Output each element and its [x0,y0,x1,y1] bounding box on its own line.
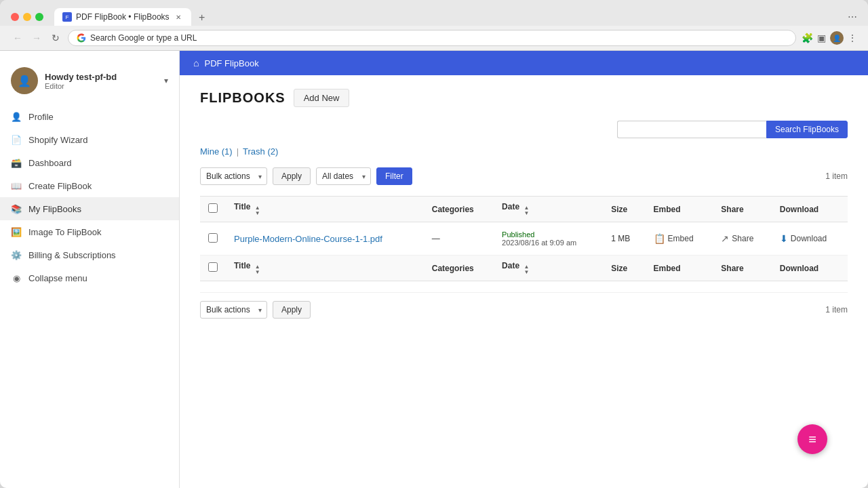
traffic-lights [11,13,43,21]
table-body: Purple-Modern-Online-Course-1-1.pdf — Pu… [200,222,848,281]
tab-bar: F PDF FlipBook • FlipBooks ✕ + [54,8,842,26]
app-container: 👤 Howdy test-pf-bd Editor ▾ 👤 Profile 📄 … [0,51,868,488]
share-icon: ↗ [721,233,729,244]
filter-tab-trash[interactable]: Trash (2) [243,146,278,157]
table-header: Title ▲ ▼ Categories Date ▲ [200,197,848,222]
search-row: Search FlipBooks [200,121,848,138]
user-name: Howdy test-pf-bd [45,72,157,82]
flipbook-title-link[interactable]: Purple-Modern-Online-Course-1-1.pdf [234,234,382,244]
sidebar-item-label: Profile [28,112,54,122]
shopify-wizard-icon: 📄 [11,134,22,145]
header-site-title: PDF FlipBook [204,58,258,68]
maximize-button[interactable] [35,13,43,21]
flipbooks-table: Title ▲ ▼ Categories Date ▲ [200,196,848,281]
embed-link[interactable]: 📋 Embed [654,233,705,244]
sidebar-navigation: 👤 Profile 📄 Shopify Wizard 🗃️ Dashboard … [0,105,179,289]
forward-button[interactable]: → [30,33,43,43]
bottom-table-header: Title ▲ ▼ Categories Date ▲ [200,256,848,281]
filter-tab-mine[interactable]: Mine (1) [200,146,233,157]
title-sort-arrows: ▲ ▼ [255,205,260,216]
back-button[interactable]: ← [11,33,24,43]
tab-title: PDF FlipBook • FlipBooks [76,12,170,22]
sidebar-item-label: Dashboard [28,158,72,168]
bulk-actions-select[interactable]: Bulk actions [200,167,267,185]
sidebar-item-dashboard[interactable]: 🗃️ Dashboard [0,151,179,174]
bottom-bulk-actions-select[interactable]: Bulk actions [200,301,267,319]
image-to-flipbook-icon: 🖼️ [11,226,22,237]
download-header: Download [772,197,848,222]
user-dropdown-icon[interactable]: ▾ [164,76,168,85]
add-new-button[interactable]: Add New [294,89,350,107]
url-bar[interactable]: Search Google or type a URL [68,30,796,46]
bottom-select-all-checkbox[interactable] [208,262,218,272]
address-bar-actions: 🧩 ▣ 👤 ⋮ [802,31,857,45]
fab-icon: ≡ [808,432,816,447]
sort-down-icon: ▼ [255,211,260,216]
date-sort-arrows: ▲ ▼ [524,205,529,216]
bottom-bulk-actions-wrapper: Bulk actions [200,301,267,319]
page-title: FLIPBOOKS [200,90,285,106]
new-tab-button[interactable]: + [194,9,210,26]
download-cell: ⬇ Download [772,222,848,256]
row-checkbox[interactable] [208,233,218,243]
window-minimize[interactable]: ⋯ [848,12,857,22]
date-header[interactable]: Date ▲ ▼ [494,197,603,222]
bottom-date-sort-arrows: ▲ ▼ [524,264,529,275]
select-all-checkbox[interactable] [208,203,218,213]
share-link[interactable]: ↗ Share [721,233,764,244]
all-dates-wrapper: All dates [316,167,371,185]
address-bar: ← → ↻ Search Google or type a URL 🧩 ▣ 👤 … [0,26,868,51]
bottom-date-sort-down-icon: ▼ [524,270,529,275]
sidebar-item-billing-subscriptions[interactable]: ⚙️ Billing & Subscriptions [0,243,179,266]
home-icon[interactable]: ⌂ [193,58,199,68]
active-tab[interactable]: F PDF FlipBook • FlipBooks ✕ [54,8,191,26]
published-status: Published [502,230,595,239]
embed-label: Embed [668,234,694,243]
url-text: Search Google or type a URL [90,33,197,43]
download-link[interactable]: ⬇ Download [780,233,840,244]
main-content: ⌂ PDF FlipBook FLIPBOOKS Add New Search … [180,51,868,488]
all-dates-select[interactable]: All dates [316,167,371,185]
user-info: Howdy test-pf-bd Editor [45,72,157,90]
bottom-title-header[interactable]: Title ▲ ▼ [226,256,424,281]
filter-button[interactable]: Filter [376,167,412,185]
more-options-icon[interactable]: ⋮ [848,33,857,43]
search-flipbooks-button[interactable]: Search FlipBooks [766,121,848,138]
title-header[interactable]: Title ▲ ▼ [226,197,424,222]
search-input[interactable] [617,121,766,138]
sidebar-item-collapse-menu[interactable]: ◉ Collapse menu [0,266,179,289]
bottom-apply-button[interactable]: Apply [273,301,311,319]
apply-button[interactable]: Apply [273,167,311,185]
filter-tabs: Mine (1) | Trash (2) [200,146,848,157]
search-flipbooks-group: Search FlipBooks [617,121,848,138]
date-sort-down-icon: ▼ [524,211,529,216]
file-size: 1 MB [611,234,630,243]
sidebar-toggle-icon[interactable]: ▣ [817,33,826,43]
avatar: 👤 [11,67,38,94]
tab-close-button[interactable]: ✕ [174,12,183,22]
sidebar: 👤 Howdy test-pf-bd Editor ▾ 👤 Profile 📄 … [0,51,180,488]
extensions-icon[interactable]: 🧩 [802,33,813,43]
fab-button[interactable]: ≡ [797,424,827,454]
profile-icon: 👤 [11,111,22,122]
sidebar-item-image-to-flipbook[interactable]: 🖼️ Image To FlipBook [0,220,179,243]
sidebar-item-label: My FlipBooks [28,204,81,214]
my-flipbooks-icon: 📚 [11,203,22,214]
top-toolbar: Bulk actions Apply All dates Filter 1 it… [200,167,848,185]
sidebar-item-create-flipbook[interactable]: 📖 Create FlipBook [0,174,179,197]
minimize-button[interactable] [23,13,31,21]
refresh-button[interactable]: ↻ [49,33,62,43]
categories-separator: — [432,234,440,243]
bottom-date-header[interactable]: Date ▲ ▼ [494,256,603,281]
sidebar-item-my-flipbooks[interactable]: 📚 My FlipBooks [0,197,179,220]
item-count: 1 item [825,171,848,181]
close-button[interactable] [11,13,19,21]
header-bar: ⌂ PDF FlipBook [180,51,868,75]
bottom-sort-down-icon: ▼ [255,270,260,275]
embed-header: Embed [646,197,713,222]
page-title-row: FLIPBOOKS Add New [200,89,848,107]
sidebar-item-shopify-wizard[interactable]: 📄 Shopify Wizard [0,128,179,151]
sidebar-item-profile[interactable]: 👤 Profile [0,105,179,128]
tab-favicon: F [62,12,72,22]
user-profile-avatar[interactable]: 👤 [830,31,844,45]
